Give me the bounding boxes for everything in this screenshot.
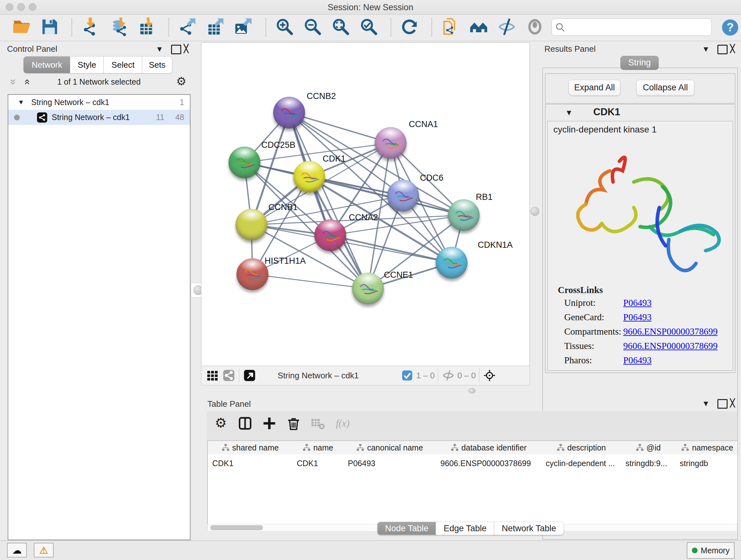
table-cell[interactable]: stringdb [675,457,738,470]
cloud-status-button[interactable]: ☁ [7,543,27,557]
table-cell[interactable]: 9606.ENSP00000378699 [436,457,541,470]
zoom-out-button[interactable] [302,17,323,38]
network-node-CCNB1[interactable] [235,209,267,241]
search-input[interactable] [568,20,707,34]
column-header-shared-name[interactable]: shared name [208,441,293,454]
column-header-namespace[interactable]: namespace [675,441,738,454]
refresh-icon [401,17,419,37]
update-button[interactable] [400,17,420,38]
confidence-button[interactable] [468,17,489,38]
results-panel-float-button[interactable] [718,45,728,54]
tab-edge-table[interactable]: Edge Table [435,522,495,535]
table-panel-collapse-icon[interactable]: ▼ [702,399,710,408]
network-node-HIST1H1A[interactable] [237,258,268,290]
results-panel-close-icon[interactable]: ╳ [730,44,735,53]
node-table[interactable]: shared namenamecanonical namedatabase id… [207,441,738,524]
crosslink-link[interactable]: P06493 [623,355,652,366]
network-edge-count: 48 [175,113,184,122]
import-network-database-button[interactable] [109,17,129,38]
expand-all-button[interactable]: Expand All [569,80,620,96]
network-share-gray-icon[interactable] [222,368,236,382]
tab-node-table[interactable]: Node Table [377,522,436,535]
table-cell[interactable]: CDK1 [208,457,292,470]
column-header-name[interactable]: name [292,441,344,454]
control-panel-collapse-icon[interactable]: ▼ [156,45,163,54]
string-query-button[interactable] [441,17,461,38]
crosslink-link[interactable]: P06493 [623,312,652,322]
zoom-selected-button[interactable] [359,17,379,38]
export-table-button[interactable] [205,17,226,38]
control-panel-close-icon[interactable]: ╳ [184,44,188,53]
export-image-button[interactable] [233,17,254,38]
collapse-all-icon[interactable]: » [8,79,19,85]
bottom-splitter-handle[interactable] [468,388,475,393]
column-header-description[interactable]: description [541,441,621,454]
tab-network-table[interactable]: Network Table [494,522,564,535]
open-session-button[interactable] [11,17,32,38]
node-label-CDC25B: CDC25B [261,140,295,150]
table-cell[interactable]: P06493 [343,457,436,470]
selected-checkbox-icon[interactable] [400,368,414,382]
control-panel-float-button[interactable] [171,45,181,54]
table-cell[interactable]: CDK1 [292,457,343,470]
tab-style[interactable]: Style [70,56,104,73]
network-edges[interactable] [201,43,529,366]
help-button[interactable]: ? [720,17,740,38]
crosslink-link[interactable]: 9606.ENSP00000378699 [623,326,718,337]
column-header-database-identifier[interactable]: database identifier [436,441,542,454]
fit-selected-crosshair-icon[interactable] [482,368,496,382]
column-header-canonical-name[interactable]: canonical name [343,441,436,454]
crosslink-link[interactable]: 9606.ENSP00000378699 [623,341,718,351]
network-row-selected[interactable]: String Network – cdk1 11 48 [8,110,190,125]
show-columns-button[interactable] [235,414,255,434]
table-settings-button[interactable]: ⚙ [211,414,231,434]
glass-ball-button[interactable] [525,17,545,38]
delete-column-button[interactable] [283,414,304,434]
gene-expander-icon[interactable]: ▼ [565,108,573,117]
network-node-CDC6[interactable] [387,180,419,212]
column-header-@id[interactable]: @id [621,441,676,454]
table-cell[interactable]: stringdb:9... [621,457,675,470]
warnings-button[interactable]: ⚠ [34,543,54,557]
zoom-fit-button[interactable] [331,17,351,38]
grid-view-icon[interactable] [206,368,220,382]
results-tab-string[interactable]: String [620,56,659,70]
table-cell[interactable]: cyclin-dependent ... [541,457,621,470]
collapse-all-button[interactable]: Collapse All [636,80,694,96]
network-collection-row[interactable]: ▼ String Network – cdk1 1 [8,95,190,110]
table-h-scrollbar-thumb[interactable] [210,525,263,530]
birdseye-view-icon[interactable] [243,368,257,382]
crosslink-label: Uniprot: [564,298,596,308]
network-node-RB1[interactable] [448,199,480,231]
folder-icon [12,17,31,37]
results-panel-collapse-icon[interactable]: ▼ [702,45,710,54]
network-node-CDC25B[interactable] [228,146,260,179]
network-node-CCNB2[interactable] [273,97,305,129]
save-session-button[interactable] [40,17,60,38]
import-table-button[interactable] [137,17,157,38]
expand-all-icon[interactable]: » [20,79,32,85]
table-panel-float-button[interactable] [718,399,728,409]
network-node-CDKN1A[interactable] [435,247,468,279]
table-panel-close-icon[interactable]: ╳ [730,398,735,408]
zoom-in-button[interactable] [274,17,295,38]
zoom-fit-icon [332,17,350,37]
tab-sets[interactable]: Sets [142,56,172,73]
network-canvas[interactable]: CCNB2CCNA1CDC25BCDK1CDC6RB1CCNB1CCNA2CDK… [201,43,530,366]
memory-button[interactable]: Memory [687,542,735,559]
tab-network[interactable]: Network [23,56,71,73]
export-network-button[interactable] [178,17,198,38]
import-network-file-button[interactable] [80,17,101,38]
tab-select[interactable]: Select [104,56,143,73]
network-node-CDK1[interactable] [293,161,325,193]
tree-expander-icon[interactable]: ▼ [18,99,24,106]
right-splitter-handle[interactable] [530,207,539,216]
enhance-labels-button[interactable] [496,17,517,38]
network-node-CCNA2[interactable] [314,219,346,251]
crosslink-link[interactable]: P06493 [623,298,652,308]
network-options-gear-icon[interactable]: ⚙ [176,75,186,88]
add-column-button[interactable] [259,414,280,434]
network-node-CCNA1[interactable] [375,127,407,159]
hidden-eye-slash-icon[interactable] [441,368,455,382]
network-node-CCNE1[interactable] [352,273,384,305]
